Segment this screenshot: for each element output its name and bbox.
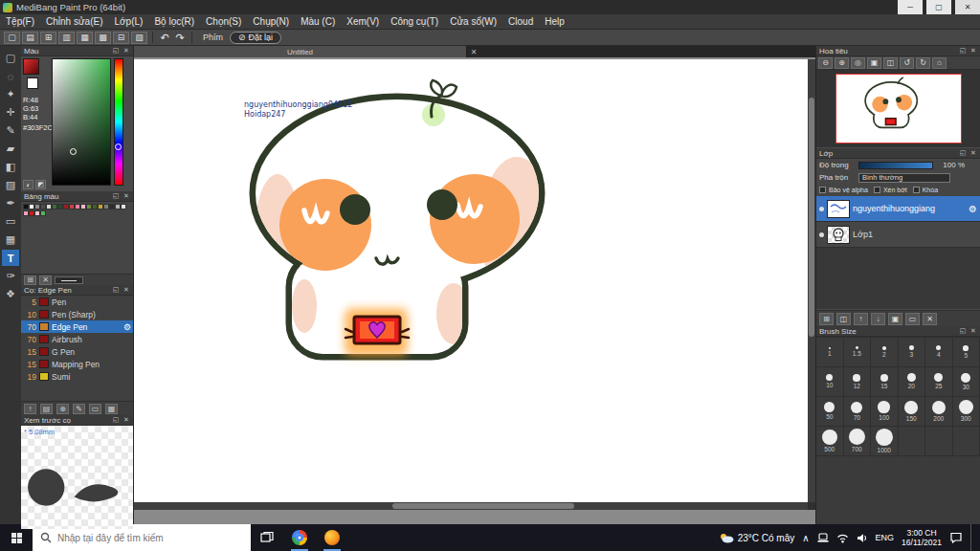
menu-item[interactable]: Công cụ(T) bbox=[385, 14, 444, 30]
search-input[interactable] bbox=[57, 533, 220, 543]
weather-widget[interactable]: 23°C Có mây bbox=[719, 532, 795, 543]
fill-tool[interactable]: ◧ bbox=[2, 159, 19, 175]
grid-toggle-icon[interactable]: ▦ bbox=[77, 32, 93, 44]
clock[interactable]: 3:00 CH 16/11/2021 bbox=[902, 528, 942, 547]
menu-item[interactable]: Chụp(N) bbox=[247, 14, 295, 30]
zoom-out-icon[interactable]: ⊖ bbox=[818, 57, 833, 69]
duplicate-layer-icon[interactable]: ◫ bbox=[836, 313, 851, 325]
add-brush-icon[interactable]: ⊕ bbox=[56, 404, 69, 414]
redo-icon[interactable]: ↷ bbox=[173, 32, 187, 44]
brush-size-cell[interactable]: 20 bbox=[899, 367, 926, 397]
layer-item[interactable]: nguyenthihuonggiang ⚙ bbox=[816, 196, 980, 222]
brush-item[interactable]: 70Edge Pen⚙ bbox=[21, 320, 133, 333]
opacity-slider[interactable] bbox=[858, 162, 933, 169]
close-button[interactable]: ✕ bbox=[955, 0, 980, 14]
brush-item[interactable]: 15Mapping Pen bbox=[21, 358, 133, 370]
navigator-view-rect[interactable] bbox=[835, 74, 962, 143]
rotate-left-icon[interactable]: ↺ bbox=[900, 57, 914, 69]
brush-tool[interactable]: ✎ bbox=[2, 122, 19, 139]
menu-item[interactable]: Help bbox=[539, 14, 570, 30]
hue-slider[interactable] bbox=[114, 58, 123, 186]
palette-swatch[interactable] bbox=[121, 204, 126, 209]
menu-item[interactable]: Bộ lọc(R) bbox=[148, 14, 200, 30]
brush-size-cell[interactable]: 200 bbox=[925, 397, 953, 427]
hue-marker[interactable] bbox=[115, 143, 122, 150]
fit-screen-icon[interactable]: ▣ bbox=[867, 57, 881, 69]
ruler-icon[interactable]: ⊟ bbox=[113, 32, 129, 44]
brush-size-cell[interactable]: 1000 bbox=[871, 427, 899, 456]
color-wheel-icon[interactable]: ◐ bbox=[23, 180, 33, 189]
brush-item[interactable]: 15G Pen bbox=[21, 345, 133, 358]
foreground-color-swatch[interactable] bbox=[23, 58, 39, 75]
brush-size-cell[interactable]: 70 bbox=[844, 397, 872, 427]
brush-size-cell[interactable]: 50 bbox=[816, 397, 844, 427]
brush-item[interactable]: 5Pen bbox=[21, 296, 133, 308]
brush-size-cell[interactable]: 150 bbox=[899, 397, 926, 427]
brush-menu-icon[interactable]: ▦ bbox=[105, 404, 118, 414]
menu-item[interactable]: Xem(V) bbox=[341, 14, 385, 30]
sv-marker[interactable] bbox=[70, 148, 77, 155]
brush-size-cell[interactable]: 100 bbox=[871, 397, 899, 427]
display-icon[interactable] bbox=[817, 533, 829, 543]
panel-close-icon[interactable]: ✕ bbox=[122, 192, 130, 200]
snap-toggle-icon[interactable]: ▩ bbox=[95, 32, 111, 44]
open-file-icon[interactable]: ▤ bbox=[22, 32, 38, 44]
clipping-checkbox[interactable] bbox=[874, 187, 880, 193]
notification-icon[interactable] bbox=[949, 532, 963, 543]
menu-item[interactable]: Cửa sổ(W) bbox=[444, 14, 502, 30]
panel-popout-icon[interactable]: ◱ bbox=[112, 192, 120, 200]
text-tool[interactable]: T bbox=[2, 250, 19, 266]
panel-popout-icon[interactable]: ◱ bbox=[959, 47, 967, 55]
hand-tool[interactable]: ❖ bbox=[2, 286, 19, 302]
saturation-value-picker[interactable] bbox=[52, 58, 111, 186]
reset-button[interactable]: ⊘ Đặt lại bbox=[230, 32, 281, 44]
brush-size-cell[interactable]: 700 bbox=[844, 427, 872, 456]
drawing-canvas[interactable]: nguyenthihuonggiang94512 Hoidap247 bbox=[134, 59, 808, 502]
stroke-style-selector[interactable] bbox=[55, 276, 83, 284]
magic-wand-tool[interactable]: ✦ bbox=[2, 86, 19, 102]
undo-icon[interactable]: ↶ bbox=[158, 32, 171, 44]
pen-tool[interactable]: ✒ bbox=[2, 195, 19, 211]
select-rect-tool[interactable]: ▢ bbox=[2, 50, 19, 66]
protect-alpha-checkbox[interactable] bbox=[819, 187, 826, 193]
vertical-scrollbar[interactable] bbox=[808, 59, 815, 502]
brush-size-cell[interactable]: 10 bbox=[816, 367, 844, 397]
show-desktop-button[interactable] bbox=[970, 524, 974, 551]
panel-popout-icon[interactable]: ◱ bbox=[112, 416, 120, 424]
panel-close-icon[interactable]: ✕ bbox=[969, 327, 977, 335]
document-tab[interactable]: Untitled bbox=[134, 46, 467, 57]
wifi-icon[interactable] bbox=[836, 533, 849, 543]
panel-popout-icon[interactable]: ◱ bbox=[959, 327, 967, 335]
brush-size-cell[interactable]: 2 bbox=[871, 338, 899, 367]
background-color-swatch[interactable] bbox=[27, 77, 38, 89]
layer-up-icon[interactable]: ↑ bbox=[854, 313, 868, 325]
palette-swatch[interactable] bbox=[40, 210, 46, 216]
menu-item[interactable]: Chỉnh sửa(E) bbox=[40, 14, 109, 30]
maximize-button[interactable]: ▢ bbox=[926, 0, 951, 14]
eraser-tool[interactable]: ▰ bbox=[2, 141, 19, 157]
brush-size-cell[interactable]: 3 bbox=[899, 338, 926, 367]
brush-size-cell[interactable]: 500 bbox=[816, 427, 844, 456]
lasso-tool[interactable]: ◌ bbox=[2, 68, 19, 84]
new-file-icon[interactable]: ▢ bbox=[4, 32, 20, 44]
layer-item[interactable]: Lớp1 bbox=[816, 222, 980, 248]
merge-layer-icon[interactable]: ▣ bbox=[888, 313, 902, 325]
panel-close-icon[interactable]: ✕ bbox=[969, 149, 977, 157]
medibang-app-button[interactable] bbox=[316, 524, 348, 551]
gradient-tool[interactable]: ▨ bbox=[2, 177, 19, 193]
horizontal-scrollbar-thumb[interactable] bbox=[392, 503, 574, 509]
export-icon[interactable]: ▥ bbox=[58, 32, 75, 44]
material-icon[interactable]: ▧ bbox=[131, 32, 147, 44]
brush-item[interactable]: 10Pen (Sharp) bbox=[21, 308, 133, 320]
speaker-icon[interactable] bbox=[857, 533, 868, 543]
brush-duplicate-icon[interactable]: ▤ bbox=[40, 404, 53, 414]
vertical-scrollbar-thumb[interactable] bbox=[809, 98, 814, 337]
menu-item[interactable]: Màu (C) bbox=[295, 14, 341, 30]
language-indicator[interactable]: ENG bbox=[876, 533, 895, 542]
panel-close-icon[interactable]: ✕ bbox=[122, 47, 130, 55]
menu-item[interactable]: Tệp(F) bbox=[0, 14, 40, 30]
panel-close-icon[interactable]: ✕ bbox=[122, 416, 130, 424]
rotate-right-icon[interactable]: ↻ bbox=[916, 57, 930, 69]
minimize-button[interactable]: ─ bbox=[898, 0, 923, 14]
zoom-100-icon[interactable]: ◎ bbox=[851, 57, 865, 69]
